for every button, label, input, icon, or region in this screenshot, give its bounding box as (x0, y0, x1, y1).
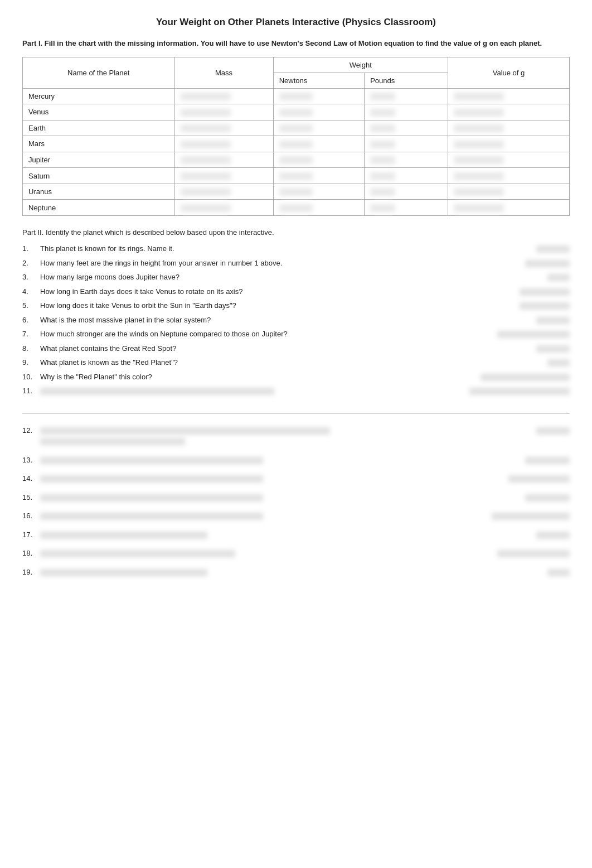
part3-question (40, 455, 492, 466)
qa-item: 1. This planet is known for its rings. N… (22, 243, 570, 254)
qa-item: 2. How many feet are the rings in height… (22, 258, 570, 269)
part3-question (40, 548, 492, 559)
planet-newtons (273, 152, 365, 168)
table-row: Earth (23, 120, 570, 136)
qa-answer (492, 343, 570, 354)
col-header-g: Value of g (448, 57, 570, 88)
planet-g (448, 88, 570, 104)
qa-item: 7. How much stronger are the winds on Ne… (22, 329, 570, 340)
qa-number: 11. (22, 385, 40, 397)
planet-pounds (365, 184, 448, 200)
qa-answer (492, 300, 570, 311)
qa-answer (492, 272, 570, 283)
part3-item: 17. (22, 529, 570, 541)
table-row: Mercury (23, 88, 570, 104)
qa-question: How long does it take Venus to orbit the… (40, 300, 492, 311)
part3-question (40, 567, 492, 578)
qa-number: 10. (22, 372, 40, 383)
planet-g (448, 184, 570, 200)
qa-item: 6. What is the most massive planet in th… (22, 315, 570, 326)
part3-item: 12. (22, 425, 570, 447)
qa-item: 3. How many large moons does Jupiter hav… (22, 272, 570, 283)
part3-list: 12. 13. (22, 425, 570, 578)
planet-g (448, 104, 570, 120)
planet-newtons (273, 168, 365, 184)
qa-question: How many large moons does Jupiter have? (40, 272, 492, 283)
planet-name: Neptune (23, 200, 175, 216)
part3-answer (492, 529, 570, 541)
planet-pounds (365, 200, 448, 216)
qa-number: 8. (22, 343, 40, 354)
part2-instructions: Part II. Identify the planet which is de… (22, 228, 570, 237)
planet-newtons (273, 104, 365, 120)
planet-pounds (365, 104, 448, 120)
part3-answer (492, 425, 570, 436)
planet-newtons (273, 200, 365, 216)
qa-question: What planet contains the Great Red Spot? (40, 343, 492, 354)
part3-number: 16. (22, 510, 40, 522)
planet-g (448, 168, 570, 184)
qa-number: 3. (22, 272, 40, 283)
qa-answer (481, 372, 570, 383)
qa-answer (469, 385, 570, 397)
planet-g (448, 152, 570, 168)
planet-name: Saturn (23, 168, 175, 184)
qa-question: Why is the "Red Planet" this color? (40, 372, 481, 383)
qa-item: 11. (22, 385, 570, 397)
part3-item: 13. (22, 455, 570, 466)
qa-answer (492, 357, 570, 368)
planet-mass (174, 104, 273, 120)
qa-answer (492, 286, 570, 297)
planet-name: Venus (23, 104, 175, 120)
planet-mass (174, 120, 273, 136)
part3-answer (492, 492, 570, 503)
part3-number: 12. (22, 425, 40, 436)
qa-number: 2. (22, 258, 40, 269)
qa-number: 5. (22, 300, 40, 311)
part3-question (40, 529, 492, 541)
qa-number: 7. (22, 329, 40, 340)
part3-item: 19. (22, 567, 570, 578)
part3-number: 15. (22, 492, 40, 503)
qa-answer (492, 243, 570, 254)
planet-mass (174, 168, 273, 184)
table-row: Jupiter (23, 152, 570, 168)
part3-item: 18. (22, 548, 570, 559)
qa-number: 1. (22, 243, 40, 254)
part3-answer (492, 567, 570, 578)
planet-pounds (365, 88, 448, 104)
planet-g (448, 136, 570, 152)
planet-newtons (273, 184, 365, 200)
planet-name: Mercury (23, 88, 175, 104)
qa-item: 9. What planet is known as the "Red Plan… (22, 357, 570, 368)
qa-answer (492, 258, 570, 269)
qa-item: 8. What planet contains the Great Red Sp… (22, 343, 570, 354)
qa-question: This planet is known for its rings. Name… (40, 243, 492, 254)
col-header-pounds: Pounds (365, 73, 448, 88)
part1-instructions: Part I. Fill in the chart with the missi… (22, 38, 570, 49)
part3-number: 13. (22, 455, 40, 466)
part3-question (40, 492, 492, 503)
col-header-mass: Mass (174, 57, 273, 88)
part3-number: 14. (22, 473, 40, 484)
planet-newtons (273, 120, 365, 136)
qa-item: 10. Why is the "Red Planet" this color? (22, 372, 570, 383)
qa-question (40, 385, 469, 397)
qa-item: 5. How long does it take Venus to orbit … (22, 300, 570, 311)
planet-newtons (273, 88, 365, 104)
part2-qa-list: 1. This planet is known for its rings. N… (22, 243, 570, 397)
qa-answer (492, 329, 570, 340)
qa-number: 4. (22, 286, 40, 297)
table-row: Saturn (23, 168, 570, 184)
qa-question: What planet is known as the "Red Planet"… (40, 357, 492, 368)
qa-number: 6. (22, 315, 40, 326)
part3-question (40, 425, 492, 447)
qa-answer (492, 315, 570, 326)
page-title: Your Weight on Other Planets Interactive… (22, 17, 570, 28)
qa-question: What is the most massive planet in the s… (40, 315, 492, 326)
planet-pounds (365, 136, 448, 152)
table-row: Uranus (23, 184, 570, 200)
planet-name: Jupiter (23, 152, 175, 168)
planet-pounds (365, 120, 448, 136)
part3-question (40, 473, 492, 484)
